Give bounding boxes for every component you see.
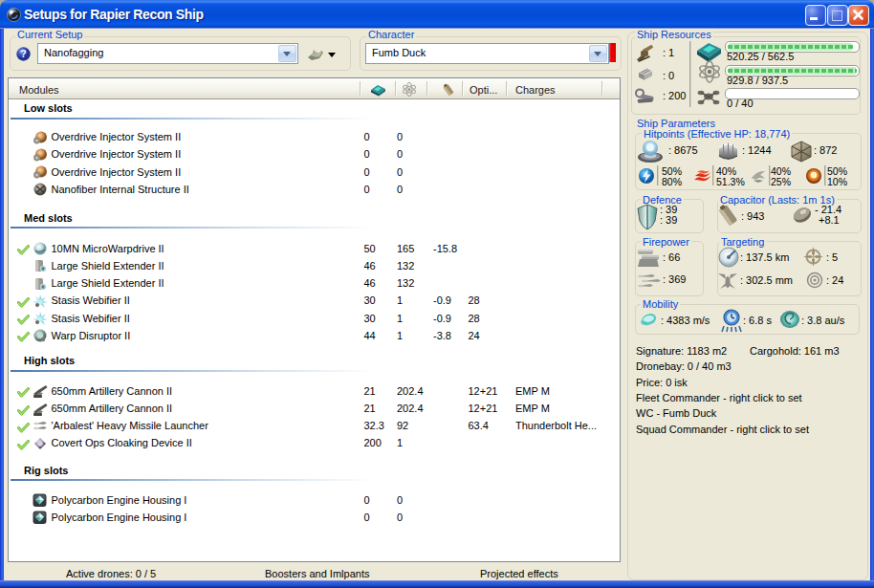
svg-text:?: ?	[20, 48, 26, 59]
